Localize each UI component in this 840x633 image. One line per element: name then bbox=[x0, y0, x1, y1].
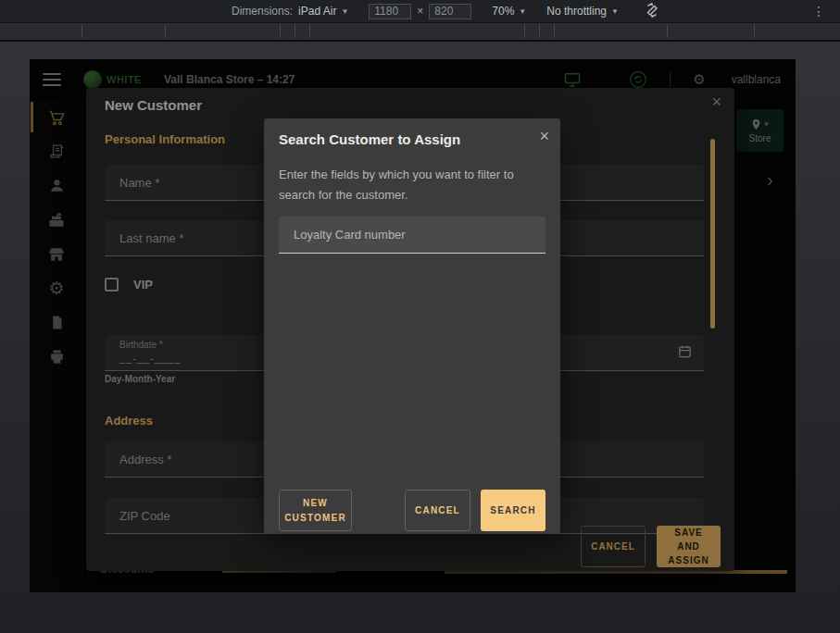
ruler-divider bbox=[539, 25, 540, 38]
ruler-divider bbox=[554, 25, 555, 38]
ruler-divider bbox=[165, 25, 166, 38]
chevron-down-icon: ▼ bbox=[341, 7, 348, 16]
close-icon: × bbox=[539, 127, 549, 145]
new-customer-button[interactable]: NEW CUSTOMER bbox=[279, 490, 352, 531]
loyalty-card-input[interactable] bbox=[279, 217, 545, 254]
viewport-width-input[interactable] bbox=[369, 4, 411, 19]
devtools-menu-button[interactable]: ⋮ bbox=[812, 4, 825, 19]
rotate-icon bbox=[645, 3, 659, 18]
devtools-emulation-screen: Dimensions: iPad Air ▼ × 70% ▼ No thrott… bbox=[0, 0, 840, 633]
modal-title: Search Customer to Assign bbox=[279, 131, 460, 147]
rotate-device-button[interactable] bbox=[645, 3, 659, 20]
ruler-divider bbox=[81, 25, 82, 38]
device-select[interactable]: iPad Air ▼ bbox=[298, 5, 348, 18]
ruler-divider bbox=[280, 25, 281, 38]
throttling-select-value: No throttling bbox=[546, 5, 607, 18]
app-viewport: WHITE Vall Blanca Store – 14:27 bbox=[30, 59, 796, 592]
modal-description: Enter the fields by which you want to fi… bbox=[279, 165, 540, 205]
viewport-height-input[interactable] bbox=[429, 4, 471, 19]
throttling-select[interactable]: No throttling ▼ bbox=[546, 5, 619, 18]
ruler-divider bbox=[524, 25, 525, 38]
chevron-down-icon: ▼ bbox=[519, 7, 526, 16]
ruler-divider bbox=[754, 25, 755, 38]
kebab-icon: ⋮ bbox=[812, 4, 825, 19]
modal-cancel-button[interactable]: CANCEL bbox=[405, 490, 470, 531]
dimensions-label: Dimensions: bbox=[232, 5, 293, 18]
ruler-divider bbox=[667, 25, 668, 38]
search-customer-modal: Search Customer to Assign × Enter the fi… bbox=[264, 118, 560, 534]
device-canvas: WHITE Vall Blanca Store – 14:27 bbox=[0, 42, 840, 633]
ruler-divider bbox=[295, 25, 295, 38]
zoom-select-value: 70% bbox=[492, 5, 514, 18]
device-toolbar: Dimensions: iPad Air ▼ × 70% ▼ No thrott… bbox=[0, 0, 840, 23]
modal-close-button[interactable]: × bbox=[539, 128, 549, 144]
media-query-ruler[interactable] bbox=[0, 23, 840, 42]
ruler-divider bbox=[309, 25, 310, 38]
search-button[interactable]: SEARCH bbox=[481, 490, 545, 531]
dimensions-times-separator: × bbox=[417, 5, 423, 18]
zoom-select[interactable]: 70% ▼ bbox=[492, 5, 526, 18]
chevron-down-icon: ▼ bbox=[611, 7, 619, 16]
device-select-value: iPad Air bbox=[298, 5, 336, 18]
